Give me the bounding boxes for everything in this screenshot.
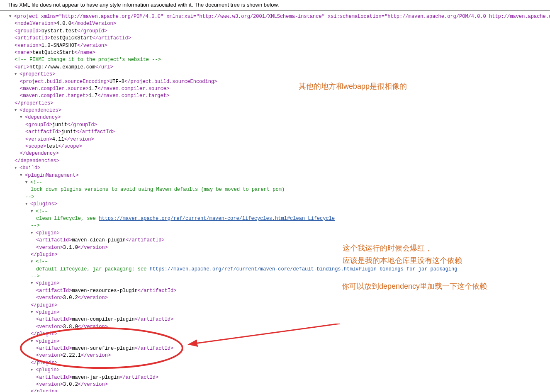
annotation-2: 这个我运行的时候会爆红， [343, 243, 432, 253]
annotation-1: 其他的地方和webapp是很相像的 [299, 81, 407, 91]
annotation-4: 你可以放到dependency里加载一下这个依赖 [342, 281, 487, 291]
toggle-icon[interactable]: ▼ [31, 259, 35, 265]
toggle-icon[interactable]: ▼ [25, 180, 29, 185]
toggle-icon[interactable]: ▼ [20, 115, 24, 120]
toggle-icon[interactable]: ▼ [15, 166, 19, 171]
toggle-icon[interactable]: ▼ [15, 72, 19, 77]
toggle-icon[interactable]: ▼ [25, 202, 29, 207]
toggle-icon[interactable]: ▼ [31, 209, 35, 214]
toggle-icon[interactable]: ▼ [15, 108, 19, 113]
xml-notice: This XML file does not appear to have an… [0, 0, 550, 11]
toggle-icon[interactable]: ▼ [31, 281, 35, 286]
xml-tree: ▼<project xmlns="http://maven.apache.org… [0, 11, 550, 392]
annotation-3: 应该是我的本地仓库里没有这个依赖 [343, 256, 462, 265]
toggle-icon[interactable]: ▼ [31, 368, 35, 373]
link-clean-lifecycle[interactable]: https://maven.apache.org/ref/current/mav… [99, 216, 335, 222]
link-default-bindings[interactable]: https://maven.apache.org/ref/current/mav… [150, 266, 458, 272]
toggle-icon[interactable]: ▼ [20, 173, 24, 178]
toggle-icon[interactable]: ▼ [31, 231, 35, 236]
toggle-icon[interactable]: ▼ [9, 14, 13, 19]
toggle-icon[interactable]: ▼ [31, 339, 35, 344]
toggle-icon[interactable]: ▼ [31, 310, 35, 315]
project-open: <project xmlns="http://maven.apache.org/… [14, 14, 550, 19]
